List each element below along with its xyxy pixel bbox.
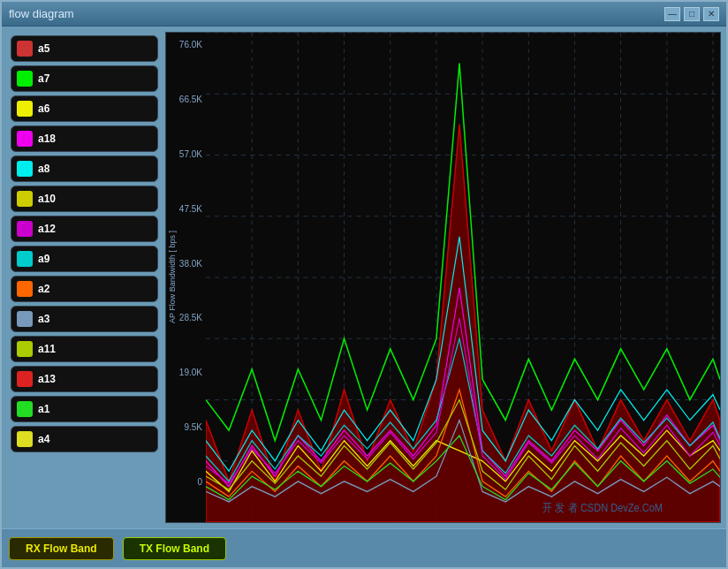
chart-with-yaxis: AP Flow Bandwidth [ bps ] 76.0K66.5K57.0… bbox=[166, 33, 720, 522]
y-tick: 0 bbox=[197, 477, 202, 487]
legend-label-a8: a8 bbox=[38, 163, 49, 175]
legend-label-a10: a10 bbox=[38, 193, 56, 205]
legend-item-a12[interactable]: a12 bbox=[11, 216, 158, 242]
legend-label-a18: a18 bbox=[38, 133, 56, 145]
legend-label-a13: a13 bbox=[38, 373, 56, 385]
y-tick: 57.0K bbox=[179, 149, 202, 159]
legend-item-a13[interactable]: a13 bbox=[11, 366, 158, 392]
legend-label-a3: a3 bbox=[38, 313, 49, 325]
legend-color-a6 bbox=[17, 101, 33, 117]
chart-plot: 开 发 者 CSDN DevZe.CoM bbox=[206, 33, 720, 522]
window-title: flow diagram bbox=[9, 7, 74, 20]
legend-color-a10 bbox=[17, 191, 33, 207]
maximize-button[interactable]: □ bbox=[684, 7, 700, 21]
chart-area: AP Flow Bandwidth [ bps ] 76.0K66.5K57.0… bbox=[165, 32, 721, 523]
legend-item-a5[interactable]: a5 bbox=[11, 35, 158, 62]
main-content: a5 a7 a6 a18 a8 a10 a12 a9 a2 a3 a11 a13… bbox=[2, 27, 726, 528]
svg-text:开 发 者  CSDN  DevZe.CoM: 开 发 者 CSDN DevZe.CoM bbox=[542, 502, 663, 515]
title-bar: flow diagram — □ ✕ bbox=[2, 2, 726, 27]
y-axis: AP Flow Bandwidth [ bps ] 76.0K66.5K57.0… bbox=[166, 33, 206, 522]
legend-label-a6: a6 bbox=[38, 102, 49, 115]
legend-item-a7[interactable]: a7 bbox=[11, 65, 158, 92]
legend-label-a1: a1 bbox=[38, 403, 49, 415]
legend-color-a12 bbox=[17, 221, 33, 237]
legend-color-a13 bbox=[17, 371, 33, 387]
legend-item-a2[interactable]: a2 bbox=[11, 276, 158, 302]
y-tick: 9.5K bbox=[184, 422, 202, 432]
y-tick: 19.0K bbox=[179, 368, 202, 377]
legend-label-a5: a5 bbox=[38, 42, 49, 55]
y-tick: 38.0K bbox=[179, 259, 202, 269]
legend-item-a4[interactable]: a4 bbox=[11, 426, 158, 452]
legend-item-a10[interactable]: a10 bbox=[11, 186, 158, 212]
legend-item-a1[interactable]: a1 bbox=[11, 396, 158, 422]
legend-label-a4: a4 bbox=[38, 433, 49, 445]
legend-item-a8[interactable]: a8 bbox=[11, 156, 158, 182]
y-tick: 66.5K bbox=[179, 95, 202, 104]
y-tick: 28.5K bbox=[179, 313, 202, 322]
legend-color-a18 bbox=[17, 131, 33, 147]
legend-label-a11: a11 bbox=[38, 343, 56, 355]
window-controls: — □ ✕ bbox=[664, 7, 719, 21]
bottom-bar: RX Flow Band TX Flow Band bbox=[2, 528, 726, 567]
legend-label-a12: a12 bbox=[38, 223, 56, 235]
legend-color-a1 bbox=[17, 401, 33, 417]
close-button[interactable]: ✕ bbox=[703, 7, 719, 21]
main-window: flow diagram — □ ✕ a5 a7 a6 a18 a8 a10 a… bbox=[0, 0, 728, 569]
legend-color-a3 bbox=[17, 311, 33, 327]
minimize-button[interactable]: — bbox=[664, 7, 680, 21]
legend-label-a9: a9 bbox=[38, 253, 49, 265]
legend-color-a9 bbox=[17, 251, 33, 267]
legend-item-a9[interactable]: a9 bbox=[11, 246, 158, 272]
legend-item-a11[interactable]: a11 bbox=[11, 336, 158, 362]
y-tick: 47.5K bbox=[179, 204, 202, 214]
legend-color-a8 bbox=[17, 161, 33, 177]
legend-color-a2 bbox=[17, 281, 33, 297]
y-tick: 76.0K bbox=[179, 40, 202, 49]
y-axis-label: AP Flow Bandwidth [ bps ] bbox=[166, 33, 178, 522]
legend-color-a4 bbox=[17, 431, 33, 447]
legend-color-a11 bbox=[17, 341, 33, 357]
legend-label-a2: a2 bbox=[38, 283, 49, 295]
legend-panel: a5 a7 a6 a18 a8 a10 a12 a9 a2 a3 a11 a13… bbox=[7, 32, 162, 523]
legend-color-a5 bbox=[17, 41, 33, 57]
legend-color-a7 bbox=[17, 71, 33, 87]
legend-label-a7: a7 bbox=[38, 72, 49, 85]
tx-flow-band-button[interactable]: TX Flow Band bbox=[123, 537, 226, 560]
rx-flow-band-button[interactable]: RX Flow Band bbox=[9, 537, 114, 560]
legend-item-a3[interactable]: a3 bbox=[11, 306, 158, 332]
legend-item-a18[interactable]: a18 bbox=[11, 125, 158, 152]
legend-item-a6[interactable]: a6 bbox=[11, 95, 158, 122]
